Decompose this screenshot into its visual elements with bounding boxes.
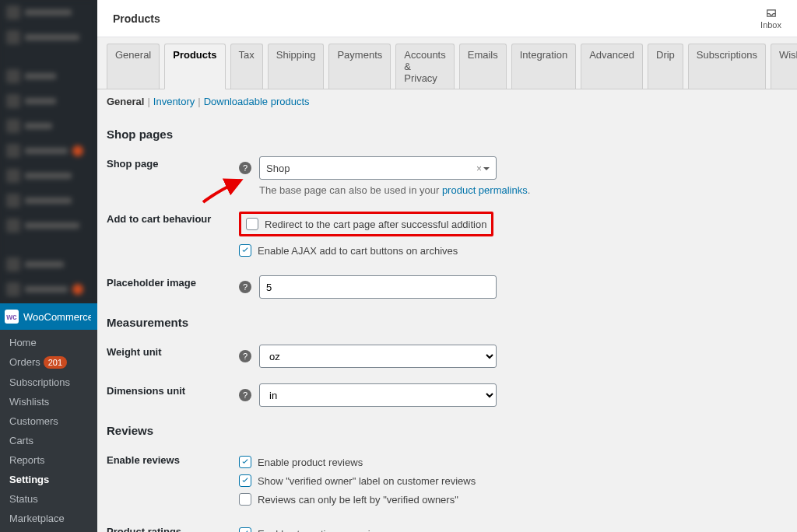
sidebar-subitem-reports[interactable]: Reports <box>0 450 97 470</box>
help-icon[interactable]: ? <box>239 281 251 293</box>
help-icon[interactable]: ? <box>239 389 251 401</box>
tab-advanced[interactable]: Advanced <box>581 44 643 89</box>
label-weight-unit: Weight unit <box>107 337 239 376</box>
label-product-ratings: Product ratings <box>107 516 239 532</box>
sidebar-subitem-subscriptions[interactable]: Subscriptions <box>0 373 97 392</box>
checkbox-redirect-label: Redirect to the cart page after successf… <box>265 219 486 230</box>
checkbox-enable-product-reviews[interactable] <box>239 456 251 468</box>
tab-payments[interactable]: Payments <box>328 44 391 89</box>
label-shop-page: Shop page <box>107 149 239 204</box>
top-bar: Products Inbox <box>97 0 797 37</box>
checkbox-enable-star-rating[interactable] <box>239 527 251 532</box>
tab-accounts-privacy[interactable]: Accounts & Privacy <box>395 44 454 89</box>
help-icon[interactable]: ? <box>239 350 251 362</box>
chevron-down-icon <box>483 167 490 173</box>
sidebar-item-label: WooCommerce <box>23 311 93 323</box>
shop-page-select-value: Shop <box>266 163 290 174</box>
checkbox-verified-owner-label-text: Show "verified owner" label on customer … <box>258 475 476 487</box>
shop-page-desc-prefix: The base page can also be used in your <box>259 184 442 196</box>
subtab-general[interactable]: General <box>107 96 144 107</box>
woocommerce-icon: wc <box>5 310 19 324</box>
label-enable-reviews: Enable reviews <box>107 445 239 516</box>
settings-subtabs: General|Inventory|Downloadable products <box>97 89 797 114</box>
admin-sidebar: wc WooCommerce HomeOrders201Subscription… <box>0 0 97 532</box>
inbox-label: Inbox <box>760 20 781 30</box>
checkbox-enable-star-rating-label: Enable star rating on reviews <box>258 528 388 533</box>
checkbox-enable-ajax[interactable] <box>239 244 251 257</box>
checkbox-only-verified-owners[interactable] <box>239 493 251 506</box>
product-permalinks-link[interactable]: product permalinks <box>442 184 528 196</box>
inbox-button[interactable]: Inbox <box>760 8 781 30</box>
checkbox-enable-product-reviews-label: Enable product reviews <box>258 457 363 468</box>
label-placeholder-image: Placeholder image <box>107 268 239 306</box>
tab-products[interactable]: Products <box>164 44 225 89</box>
weight-unit-select[interactable]: oz <box>259 345 497 368</box>
separator: | <box>147 96 149 107</box>
tab-tax[interactable]: Tax <box>230 44 263 89</box>
checkbox-redirect-to-cart[interactable] <box>246 218 258 230</box>
separator: | <box>198 96 200 107</box>
page-title: Products <box>113 12 160 25</box>
shop-page-select[interactable]: Shop × <box>259 156 497 180</box>
clear-icon[interactable]: × <box>476 163 482 174</box>
subtab-downloadable-products[interactable]: Downloadable products <box>204 96 310 107</box>
dimensions-unit-select[interactable]: in <box>259 383 497 407</box>
tab-shipping[interactable]: Shipping <box>268 44 325 89</box>
sidebar-item-woocommerce[interactable]: wc WooCommerce <box>0 303 97 330</box>
help-icon[interactable]: ? <box>239 162 251 174</box>
sidebar-subitem-wishlists[interactable]: Wishlists <box>0 392 97 411</box>
section-shop-pages: Shop pages <box>107 128 788 141</box>
checkbox-enable-ajax-label: Enable AJAX add to cart buttons on archi… <box>258 245 458 257</box>
sidebar-subitem-orders[interactable]: Orders201 <box>0 352 97 373</box>
section-reviews: Reviews <box>107 424 788 437</box>
sidebar-subitem-my-subscriptions[interactable]: My Subscriptions <box>0 528 97 532</box>
callout-box: Redirect to the cart page after successf… <box>239 212 493 236</box>
sidebar-subitem-customers[interactable]: Customers <box>0 411 97 431</box>
tab-integration[interactable]: Integration <box>511 44 576 89</box>
main-content: Products Inbox GeneralProductsTaxShippin… <box>97 0 797 532</box>
subtab-inventory[interactable]: Inventory <box>153 96 195 107</box>
orders-count-badge: 201 <box>44 356 67 369</box>
settings-tabs: GeneralProductsTaxShippingPaymentsAccoun… <box>97 37 797 89</box>
sidebar-blurred-top <box>0 0 97 303</box>
checkbox-only-verified-owners-label: Reviews can only be left by "verified ow… <box>258 494 458 506</box>
tab-wishlists[interactable]: Wishlists <box>771 44 797 89</box>
tab-subscriptions[interactable]: Subscriptions <box>688 44 766 89</box>
sidebar-subitem-home[interactable]: Home <box>0 333 97 352</box>
placeholder-image-input[interactable] <box>259 275 497 299</box>
checkbox-verified-owner-label[interactable] <box>239 474 251 487</box>
sidebar-subitem-settings[interactable]: Settings <box>0 470 97 489</box>
tab-emails[interactable]: Emails <box>459 44 507 89</box>
shop-page-desc-suffix: . <box>528 184 531 196</box>
sidebar-subitem-status[interactable]: Status <box>0 489 97 509</box>
section-measurements: Measurements <box>107 316 788 329</box>
inbox-icon <box>765 8 778 19</box>
label-dimensions-unit: Dimensions unit <box>107 376 239 415</box>
sidebar-subitem-marketplace[interactable]: Marketplace <box>0 509 97 528</box>
tab-general[interactable]: General <box>107 44 160 89</box>
tab-drip[interactable]: Drip <box>648 44 683 89</box>
label-add-to-cart: Add to cart behaviour <box>107 204 239 268</box>
sidebar-subitem-carts[interactable]: Carts <box>0 431 97 450</box>
